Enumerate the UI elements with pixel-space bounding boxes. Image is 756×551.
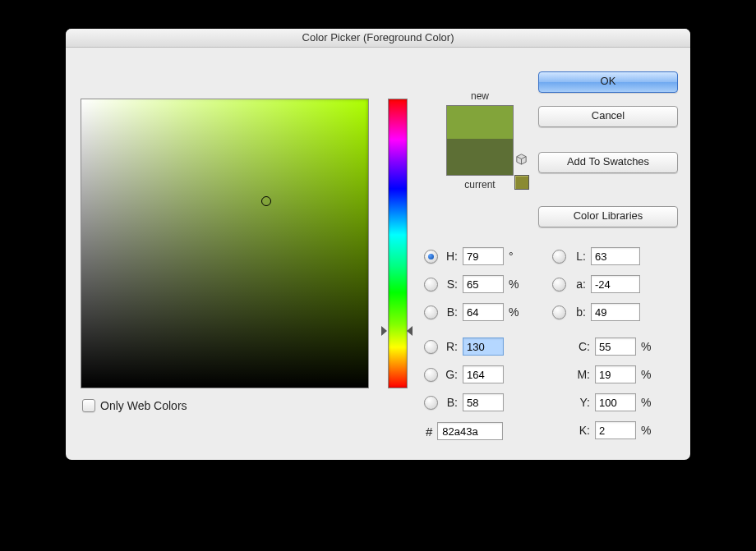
y-label: Y: xyxy=(574,396,590,409)
only-web-colors-label: Only Web Colors xyxy=(100,399,187,412)
l-input[interactable] xyxy=(591,247,640,265)
gamut-warning-cube-icon[interactable] xyxy=(514,152,528,166)
green-radio[interactable] xyxy=(424,368,438,382)
blue-input[interactable] xyxy=(463,393,504,411)
h-unit: ° xyxy=(509,250,520,263)
new-label: new xyxy=(422,90,537,102)
s-input[interactable] xyxy=(463,275,504,293)
m-input[interactable] xyxy=(595,365,636,383)
s-unit: % xyxy=(509,278,520,291)
b-unit: % xyxy=(509,305,520,319)
b-label: B: xyxy=(443,305,458,319)
s-label: S: xyxy=(443,278,458,291)
saturation-radio[interactable] xyxy=(424,278,438,292)
add-to-swatches-button[interactable]: Add To Swatches xyxy=(538,152,678,173)
cancel-button[interactable]: Cancel xyxy=(538,106,678,127)
ok-button[interactable]: OK xyxy=(538,71,678,93)
hue-slider[interactable] xyxy=(388,99,408,388)
preview-swatch xyxy=(446,105,514,176)
y-unit: % xyxy=(641,396,652,409)
k-unit: % xyxy=(641,424,652,437)
window-titlebar: Color Picker (Foreground Color) xyxy=(66,29,690,48)
current-color-swatch[interactable] xyxy=(447,139,513,175)
k-input[interactable] xyxy=(595,421,636,439)
hex-input[interactable] xyxy=(437,422,503,440)
c-unit: % xyxy=(641,340,652,353)
brightness-radio[interactable] xyxy=(424,305,438,319)
r-input[interactable] xyxy=(463,337,504,356)
a-input[interactable] xyxy=(591,275,640,293)
only-web-colors-checkbox[interactable] xyxy=(82,399,95,412)
c-input[interactable] xyxy=(595,337,636,356)
m-label: M: xyxy=(574,368,590,381)
gamut-swatch-icon[interactable] xyxy=(514,175,529,190)
g-label: G: xyxy=(443,368,458,381)
a-radio[interactable] xyxy=(552,278,566,292)
window-title: Color Picker (Foreground Color) xyxy=(302,31,454,44)
a-label: a: xyxy=(571,278,586,291)
l-label: L: xyxy=(571,250,586,263)
m-unit: % xyxy=(641,368,652,381)
r-label: R: xyxy=(443,340,458,353)
new-color-swatch[interactable] xyxy=(447,106,513,139)
saturation-brightness-field[interactable] xyxy=(81,99,369,388)
h-label: H: xyxy=(443,250,458,263)
l-radio[interactable] xyxy=(552,250,566,264)
color-cursor-icon xyxy=(261,196,271,206)
color-libraries-button[interactable]: Color Libraries xyxy=(538,206,678,227)
color-picker-dialog: Color Picker (Foreground Color) new curr… xyxy=(66,29,690,460)
k-label: K: xyxy=(574,424,590,437)
hue-radio[interactable] xyxy=(424,250,438,264)
lab-b-input[interactable] xyxy=(591,303,640,321)
blue-label: B: xyxy=(443,396,458,409)
lab-b-radio[interactable] xyxy=(552,305,566,319)
h-input[interactable] xyxy=(463,247,504,265)
blue-radio[interactable] xyxy=(424,396,438,410)
g-input[interactable] xyxy=(463,365,504,383)
lab-b-label: b: xyxy=(571,305,586,319)
red-radio[interactable] xyxy=(424,340,438,354)
c-label: C: xyxy=(574,340,590,353)
hex-label: # xyxy=(426,425,432,439)
y-input[interactable] xyxy=(595,393,636,411)
b-input[interactable] xyxy=(463,303,504,321)
